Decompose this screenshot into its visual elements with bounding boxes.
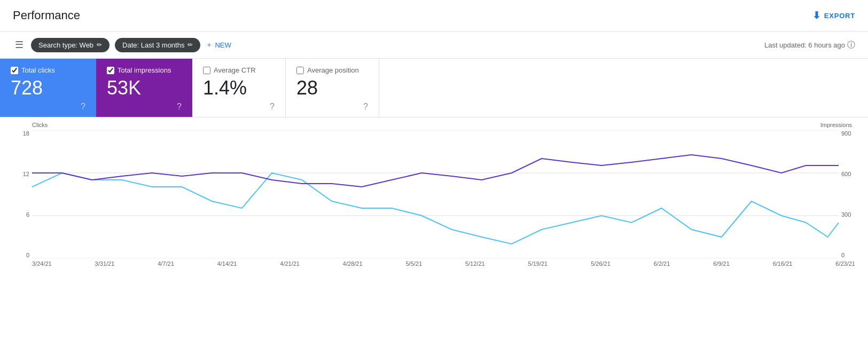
ctr-value: 1.4% <box>203 77 275 99</box>
impressions-help-icon[interactable]: ? <box>177 102 182 112</box>
y-axis-left: 18 12 6 0 <box>3 130 29 258</box>
y-left-label: Clicks <box>32 122 48 128</box>
page-header: Performance ⬇ EXPORT <box>0 0 868 31</box>
date-filter[interactable]: Date: Last 3 months ✏ <box>115 38 200 52</box>
export-button[interactable]: ⬇ EXPORT <box>812 10 855 21</box>
metrics-row: Total clicks 728 ? Total impressions 53K… <box>0 59 868 117</box>
y-axis-right: 900 600 300 0 <box>841 130 868 258</box>
metric-card-clicks[interactable]: Total clicks 728 ? <box>0 59 96 117</box>
clicks-label: Total clicks <box>21 66 55 74</box>
search-type-filter[interactable]: Search type: Web ✏ <box>31 38 110 52</box>
position-checkbox[interactable] <box>296 67 304 74</box>
clicks-help-icon[interactable]: ? <box>81 102 85 112</box>
chart-area: Clicks Impressions 18 12 6 0 900 600 300… <box>0 117 868 294</box>
toolbar-right: Last updated: 6 hours ago ⓘ <box>764 40 855 50</box>
clicks-header: Total clicks <box>11 66 85 74</box>
ctr-help-icon[interactable]: ? <box>270 102 275 112</box>
new-button[interactable]: ＋ NEW <box>206 40 231 50</box>
y-right-label: Impressions <box>820 122 852 128</box>
last-updated-text: Last updated: 6 hours ago <box>764 41 845 49</box>
page-title: Performance <box>13 9 80 22</box>
help-icon[interactable]: ⓘ <box>847 40 855 50</box>
pencil-icon-date: ✏ <box>187 41 193 49</box>
ctr-header: Average CTR <box>203 66 275 74</box>
impressions-value: 53K <box>107 77 182 99</box>
ctr-checkbox[interactable] <box>203 67 210 74</box>
export-label: EXPORT <box>824 12 855 20</box>
position-help-icon[interactable]: ? <box>363 102 368 112</box>
impressions-label: Total impressions <box>118 66 171 74</box>
hamburger-icon: ☰ <box>15 39 24 50</box>
search-type-label: Search type: Web <box>38 41 93 49</box>
filter-icon-button[interactable]: ☰ <box>13 37 26 53</box>
date-label: Date: Last 3 months <box>122 41 184 49</box>
toolbar: ☰ Search type: Web ✏ Date: Last 3 months… <box>0 31 868 59</box>
position-header: Average position <box>296 66 368 74</box>
impressions-checkbox[interactable] <box>107 67 114 74</box>
metric-card-ctr[interactable]: Average CTR 1.4% ? <box>192 59 286 117</box>
toolbar-left: ☰ Search type: Web ✏ Date: Last 3 months… <box>13 37 231 53</box>
metric-card-position[interactable]: Average position 28 ? <box>286 59 379 117</box>
export-icon: ⬇ <box>812 10 821 21</box>
ctr-label: Average CTR <box>214 66 256 74</box>
x-axis: 3/24/21 3/31/21 4/7/21 4/14/21 4/21/21 4… <box>0 258 868 267</box>
clicks-value: 728 <box>11 77 85 99</box>
plus-icon: ＋ <box>206 40 213 50</box>
impressions-header: Total impressions <box>107 66 182 74</box>
position-label: Average position <box>307 66 359 74</box>
metric-card-impressions[interactable]: Total impressions 53K ? <box>96 59 192 117</box>
position-value: 28 <box>296 77 368 99</box>
clicks-checkbox[interactable] <box>11 67 18 74</box>
chart-svg <box>32 130 839 258</box>
pencil-icon: ✏ <box>97 41 102 49</box>
new-label: NEW <box>215 41 231 49</box>
